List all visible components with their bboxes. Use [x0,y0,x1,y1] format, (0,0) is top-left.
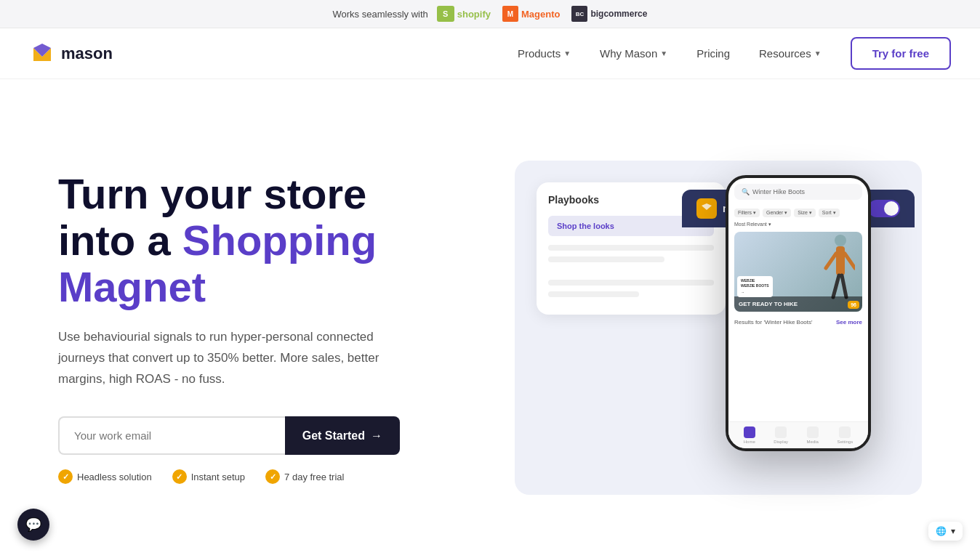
chat-widget[interactable]: 💬 [17,509,49,541]
appbar-logo-svg [700,202,713,215]
trust-badges: ✓ Headless solution ✓ Instant setup ✓ 7 … [58,469,458,484]
phone-nav-settings-label: Settings [838,440,854,444]
chat-icon: 💬 [25,517,41,533]
get-started-arrow: → [371,429,382,442]
phone-filters: Filters ▾ Gender ▾ Size ▾ Sort ▾ [728,206,868,220]
bigcommerce-logo: BC bigcommerce [571,6,647,22]
hero-illustration: Playbooks Shop the looks [515,161,922,495]
phone-nav-settings[interactable]: Settings [838,426,854,444]
get-started-label: Get Started [302,429,365,442]
db-line-4 [548,291,639,297]
bigcommerce-icon: BC [571,6,587,22]
magento-icon: M [502,6,518,22]
playbooks-label: Playbooks [548,194,599,206]
media-icon [807,426,819,438]
db-line-2 [548,256,664,262]
phone-nav-home-label: Home [744,440,755,444]
nav-pricing[interactable]: Pricing [685,41,742,65]
filter-tag-2[interactable]: Size ▾ [794,209,816,217]
badge-trial-label: 7 day free trial [284,472,344,482]
product-title: GET READY TO HIKE [739,301,858,307]
banner-text: Works seamlessly with [333,9,428,20]
search-icon-phone: 🔍 [742,188,750,195]
nav-links: Products ▼ Why Mason ▼ Pricing Resources… [506,41,833,65]
phone-product-image: GET READY TO HIKE WEBZIEWEBZIE BOOTS → 9… [734,232,862,312]
shopify-logo: S shopify [437,6,491,22]
cta-form: Get Started → [58,416,400,455]
logo-text: mason [61,44,113,63]
phone-nav-home[interactable]: Home [744,426,755,444]
check-icon-trial: ✓ [265,469,280,484]
svg-rect-6 [836,246,845,275]
nav-products-label: Products [518,47,561,60]
app-container: mason 🔍 Winter Hike Boots Filters [689,175,907,451]
logo-link[interactable]: mason [29,41,113,67]
nav-why-mason-label: Why Mason [600,47,657,60]
filter-tag-0[interactable]: Filters ▾ [734,209,760,217]
nav-pricing-label: Pricing [696,47,730,60]
phone-rating: 96 [848,301,859,309]
hero-title: Turn your store into a Shopping Magnet [58,171,458,310]
phone-search-text: Winter Hike Boots [752,188,805,195]
mason-app-icon [696,198,717,219]
svg-line-9 [833,275,839,297]
results-text: Results for 'Winter Hike Boots' [734,319,813,326]
hero-title-part1: Turn your store [58,170,366,217]
filter-tag-3[interactable]: Sort ▾ [819,209,840,217]
try-free-button[interactable]: Try for free [851,37,951,70]
nav-products[interactable]: Products ▼ [506,41,582,65]
magento-logo: M Magento [502,6,560,22]
svg-point-5 [835,235,846,246]
partner-logos: S shopify M Magento BC bigcommerce [437,6,648,22]
hiker-svg [811,232,855,304]
email-input[interactable] [58,416,285,455]
why-mason-chevron-icon: ▼ [660,49,667,57]
toggle-switch[interactable] [868,200,900,217]
badge-instant-label: Instant setup [191,472,245,482]
hero-section: Turn your store into a Shopping Magnet U… [0,79,980,558]
hero-subtitle: Use behaviourial signals to run hyper-pe… [58,327,407,390]
settings-icon [839,426,851,438]
products-chevron-icon: ▼ [563,49,571,57]
phone-results-label: Results for 'Winter Hike Boots' See more [728,315,868,327]
phone-nav-display[interactable]: Display [774,426,788,444]
trust-badge-headless: ✓ Headless solution [58,469,152,484]
badge-headless-label: Headless solution [77,472,152,482]
navbar: mason Products ▼ Why Mason ▼ Pricing Res… [0,28,980,79]
phone-product-overlay: GET READY TO HIKE [734,296,862,312]
logo-icon [29,41,55,67]
mason-logo-svg [29,41,55,67]
phone-nav: Home Display Media [728,421,868,448]
home-icon [744,426,755,438]
nav-resources-label: Resources [759,47,811,60]
top-banner: Works seamlessly with S shopify M Magent… [0,0,980,28]
svg-line-10 [842,275,846,297]
nav-resources[interactable]: Resources ▼ [747,41,833,65]
phone-nav-media[interactable]: Media [807,426,819,444]
phone-product-tag: WEBZIEWEBZIE BOOTS → [737,276,773,297]
nav-why-mason[interactable]: Why Mason ▼ [588,41,679,65]
resources-chevron-icon: ▼ [814,49,822,57]
see-more-link[interactable]: See more [836,319,862,326]
phone-nav-display-label: Display [774,440,788,444]
filter-tag-1[interactable]: Gender ▾ [763,209,791,217]
phone-mockup: 🔍 Winter Hike Boots Filters ▾ Gender ▾ S… [726,175,871,451]
phone-relevance: Most Relevant ▾ [728,220,868,229]
check-icon-instant: ✓ [172,469,187,484]
bigcommerce-label: bigcommerce [590,9,647,19]
get-started-button[interactable]: Get Started → [285,416,400,455]
check-icon-headless: ✓ [58,469,73,484]
trust-badge-instant: ✓ Instant setup [172,469,245,484]
trust-badge-trial: ✓ 7 day free trial [265,469,344,484]
hero-right: Playbooks Shop the looks [458,161,922,495]
phone-screen: 🔍 Winter Hike Boots Filters ▾ Gender ▾ S… [728,178,868,448]
translate-chevron: ▾ [951,526,955,536]
hero-left: Turn your store into a Shopping Magnet U… [58,171,458,484]
phone-nav-media-label: Media [807,440,819,444]
svg-line-8 [845,254,855,268]
translate-globe-icon: 🌐 [936,526,947,536]
hero-title-part2: into a [58,217,182,264]
rating-value: 96 [851,302,856,307]
translate-widget[interactable]: 🌐 ▾ [928,522,963,541]
shopify-icon: S [437,6,454,22]
